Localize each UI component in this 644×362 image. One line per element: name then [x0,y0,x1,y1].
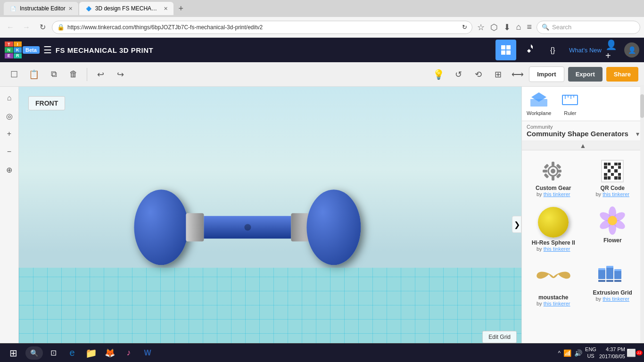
grid-view-button[interactable] [495,40,516,60]
right-panel-scrollbar[interactable] [640,87,644,343]
custom-gear-author-link[interactable]: this tinkerer [544,191,570,197]
shape-custom-gear[interactable]: Custom Gear by this tinkerer [526,154,581,201]
svg-rect-36 [606,266,613,268]
home-nav-button[interactable]: ⌂ [2,90,17,106]
app-header: T I N K E R Beta ☰ FS MECHANICAL 3D PRIN… [0,38,644,62]
shape-moustache[interactable]: moustache by this tinkerer [526,256,581,310]
canvas-area[interactable]: FRONT [19,87,521,362]
forward-button[interactable]: → [20,21,33,34]
community-dropdown[interactable]: Community Shape Generators ▾ [527,130,639,138]
undo-button[interactable]: ↩ [92,66,109,83]
zoom-out-button[interactable]: − [2,144,17,159]
flip-button[interactable]: ⟲ [470,66,487,83]
svg-rect-19 [544,173,549,178]
hamburger-menu-icon[interactable]: ☰ [43,44,52,56]
panel-collapse-button[interactable]: ❯ [512,216,521,233]
star-icon[interactable]: ☆ [475,20,487,34]
back-button[interactable]: ← [4,21,17,34]
taskbar-word-icon[interactable]: W [139,346,156,361]
ruler-tool[interactable]: Ruler [561,91,579,116]
taskbar-folder-icon[interactable]: 📁 [83,346,99,361]
start-button[interactable]: ⊞ [3,346,24,361]
browser-chrome: 📄 Instructable Editor ✕ 🔷 3D design FS M… [0,0,644,38]
custom-gear-author: by this tinkerer [537,191,570,197]
tab-close-2[interactable]: ✕ [164,6,168,12]
lightbulb-button[interactable]: 💡 [430,66,447,83]
tab-close-1[interactable]: ✕ [68,6,73,12]
shape-row-1: Custom Gear by this tinkerer [526,154,640,201]
new-tab-button[interactable]: + [174,2,188,15]
tab-instructable[interactable]: 📄 Instructable Editor ✕ [4,2,78,15]
header-icons: {} What's New 👤+ 👤 [495,40,639,60]
reload-icon: ↻ [462,24,467,31]
rotate-button[interactable]: ↺ [450,66,467,83]
wrench-icon [525,44,536,56]
orbit-button[interactable]: ◎ [2,108,17,123]
moustache-author-link[interactable]: this tinkerer [544,301,570,306]
network-icon: 📶 [563,349,571,357]
search-placeholder: Search [552,24,571,31]
sphere-author: by this tinkerer [537,246,570,252]
share-button[interactable]: Share [606,67,638,82]
mirror-button[interactable]: ⟷ [509,66,526,83]
refresh-button[interactable]: ↻ [36,21,49,34]
url-bar[interactable]: 🔒 https://www.tinkercad.com/things/6bpJO… [52,21,472,34]
tab-3ddesign[interactable]: 🔷 3D design FS MECHANICAL... ✕ [79,2,173,15]
code-icon: {} [549,44,561,56]
home-icon[interactable]: ⌂ [514,20,523,34]
export-button[interactable]: Export [568,67,603,82]
shape-hires-sphere[interactable]: Hi-Res Sphere II by this tinkerer [526,202,581,255]
scrollbar-thumb [640,94,644,118]
moustache-name: moustache [538,294,568,301]
edit-grid-button[interactable]: Edit Grid [482,331,517,343]
download-icon[interactable]: ⬇ [502,20,512,34]
taskbar-search[interactable]: 🔍 [25,346,43,360]
add-user-icon[interactable]: 👤+ [605,42,620,58]
moustache-author: by this tinkerer [537,301,570,306]
shape-qr-code[interactable]: QR Code by this tinkerer [585,154,641,201]
new-shape-button[interactable]: ☐ [6,66,23,83]
ground-view-button[interactable]: ⊕ [2,162,17,177]
taskbar-ie-icon[interactable]: e [64,346,81,361]
extrusion-grid-author: by this tinkerer [595,296,629,302]
menu-icon[interactable]: ≡ [525,20,534,34]
toolbar: ☐ 📋 ⧉ 🗑 ↩ ↪ 💡 ↺ ⟲ ⊞ ⟷ Import Export Shar… [0,62,644,87]
search-bar[interactable]: 🔍 Search [537,21,640,34]
community-generators-title: Community Shape Generators [527,130,628,138]
extrusion-grid-author-link[interactable]: this tinkerer [603,296,629,302]
shape-flower[interactable]: Flower [585,202,641,255]
taskbar-itunes-icon[interactable]: ♪ [120,346,137,361]
svg-rect-7 [562,95,578,105]
svg-rect-1 [506,45,511,49]
scroll-up-button[interactable]: ▲ [522,141,644,150]
left-disc [134,189,188,265]
sphere-author-link[interactable]: this tinkerer [544,246,570,252]
code-button[interactable]: {} [545,40,565,60]
shape-row-3: moustache by this tinkerer [526,256,640,310]
search-icon: 🔍 [542,24,549,31]
shape-extrusion-grid[interactable]: Extrusion Grid by this tinkerer [585,256,641,310]
notification-button[interactable]: ⬜ 22 [628,346,641,360]
shaft [204,216,291,239]
copy-to-clipboard-button[interactable]: 📋 [25,66,42,83]
volume-icon: 🔊 [574,349,582,357]
qr-thumb [597,158,628,184]
time-text: 4:37 PM [599,346,625,353]
align-button[interactable]: ⊞ [489,66,506,83]
bookmark-icon[interactable]: ⬡ [488,20,500,34]
chevron-icon[interactable]: ^ [558,350,561,356]
tools-button[interactable] [520,40,541,60]
zoom-in-button[interactable]: + [2,126,17,141]
task-view-button[interactable]: ⊡ [45,346,62,361]
tinkercad-logo: T I N K E R [5,41,22,58]
extrusion-thumb [596,260,629,288]
delete-button[interactable]: 🗑 [65,66,82,83]
duplicate-button[interactable]: ⧉ [45,66,62,83]
whats-new-button[interactable]: What's New [569,47,602,54]
workplane-tool[interactable]: Workplane [527,91,551,116]
import-button[interactable]: Import [529,66,564,82]
redo-button[interactable]: ↪ [112,66,129,83]
user-avatar[interactable]: 👤 [624,42,639,58]
taskbar-firefox-icon[interactable]: 🦊 [101,346,118,361]
qr-code-author-link[interactable]: this tinkerer [603,191,629,197]
